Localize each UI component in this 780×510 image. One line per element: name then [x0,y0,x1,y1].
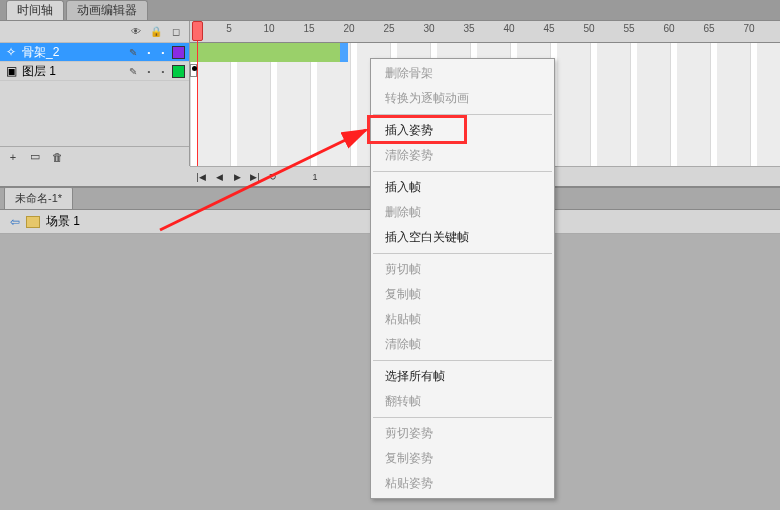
step-back-button[interactable]: ◀ [212,170,226,184]
menu-item: 转换为逐帧动画 [371,86,554,111]
menu-item[interactable]: 插入帧 [371,175,554,200]
menu-item: 复制帧 [371,282,554,307]
menu-item: 删除骨架 [371,61,554,86]
context-menu[interactable]: 删除骨架转换为逐帧动画插入姿势清除姿势插入帧删除帧插入空白关键帧剪切帧复制帧粘贴… [370,58,555,499]
lock-icon[interactable]: 🔒 [149,25,163,39]
visibility-dot[interactable]: • [144,48,154,57]
outline-color-chip[interactable] [172,46,185,59]
layer-type-icon: ▣ [4,64,18,78]
step-forward-button[interactable]: ▶| [248,170,262,184]
menu-item: 清除姿势 [371,143,554,168]
ruler-tick: 35 [463,23,474,34]
menu-item[interactable]: 插入空白关键帧 [371,225,554,250]
pencil-icon[interactable]: ✎ [126,64,140,78]
ruler-tick: 65 [703,23,714,34]
ruler-tick: 30 [423,23,434,34]
back-arrow-icon[interactable]: ⇦ [10,215,20,229]
layer-name-label: 图层 1 [22,63,122,80]
ruler-tick: 40 [503,23,514,34]
document-tab[interactable]: 未命名-1* [4,187,73,209]
new-layer-button[interactable]: + [6,150,20,164]
layer-row[interactable]: ✧骨架_2✎•• [0,43,189,62]
layer-row[interactable]: ▣图层 1✎•• [0,62,189,81]
scene-name[interactable]: 场景 1 [46,213,80,230]
layer-panel: 👁 🔒 ◻ ✧骨架_2✎••▣图层 1✎•• + ▭ 🗑 [0,21,190,166]
scene-icon [26,216,40,228]
ruler-tick: 70 [743,23,754,34]
goto-first-button[interactable]: |◀ [194,170,208,184]
current-frame-display: 1 [308,170,322,184]
menu-item: 删除帧 [371,200,554,225]
ruler-tick: 10 [263,23,274,34]
lock-dot[interactable]: • [158,48,168,57]
menu-separator [373,360,552,361]
ruler-tick: 15 [303,23,314,34]
menu-item[interactable]: 选择所有帧 [371,364,554,389]
menu-item: 复制姿势 [371,446,554,471]
outline-color-chip[interactable] [172,65,185,78]
ruler-tick: 5 [226,23,232,34]
playhead-line [197,21,198,166]
frame-ruler[interactable]: 1510152025303540455055606570 [190,21,780,43]
menu-separator [373,171,552,172]
tab-motion-editor[interactable]: 动画编辑器 [66,0,148,20]
delete-layer-button[interactable]: 🗑 [50,150,64,164]
menu-item: 清除帧 [371,332,554,357]
menu-separator [373,417,552,418]
menu-item: 剪切帧 [371,257,554,282]
ruler-tick: 55 [623,23,634,34]
menu-item: 粘贴帧 [371,307,554,332]
ruler-tick: 45 [543,23,554,34]
play-button[interactable]: ▶ [230,170,244,184]
loop-button[interactable]: ↻ [266,170,280,184]
pencil-icon[interactable]: ✎ [126,45,140,59]
new-folder-button[interactable]: ▭ [28,150,42,164]
visibility-dot[interactable]: • [144,67,154,76]
panel-tab-row: 时间轴 动画编辑器 [0,0,780,21]
armature-span[interactable] [190,43,344,62]
tab-timeline[interactable]: 时间轴 [6,0,64,20]
selected-frame-marker [340,43,348,62]
layer-footer: + ▭ 🗑 [0,146,189,166]
eye-icon[interactable]: 👁 [129,25,143,39]
layer-type-icon: ✧ [4,45,18,59]
ruler-tick: 20 [343,23,354,34]
ruler-tick: 60 [663,23,674,34]
menu-item[interactable]: 插入姿势 [371,118,554,143]
menu-separator [373,253,552,254]
outline-icon[interactable]: ◻ [169,25,183,39]
lock-dot[interactable]: • [158,67,168,76]
menu-separator [373,114,552,115]
ruler-tick: 50 [583,23,594,34]
menu-item: 剪切姿势 [371,421,554,446]
menu-item: 翻转帧 [371,389,554,414]
menu-item: 粘贴姿势 [371,471,554,496]
layer-name-label: 骨架_2 [22,44,122,61]
layer-header: 👁 🔒 ◻ [0,21,189,43]
ruler-tick: 25 [383,23,394,34]
playhead-handle[interactable] [192,21,203,41]
